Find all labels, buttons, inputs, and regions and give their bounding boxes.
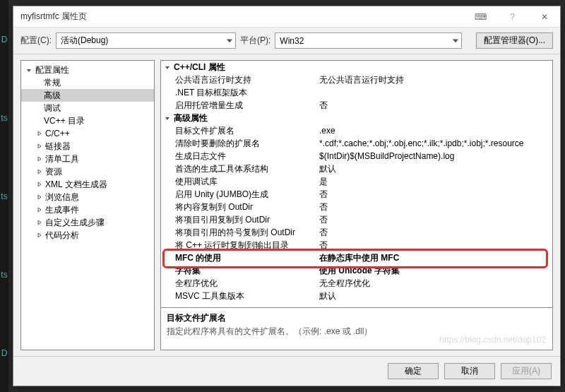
prop-value[interactable]: $(IntDir)$(MSBuildProjectName).log — [316, 151, 552, 161]
platform-dropdown[interactable]: Win32 — [275, 32, 462, 49]
prop-key: 首选的生成工具体系结构 — [161, 163, 316, 175]
property-row[interactable]: 公共语言运行时支持无公共语言运行时支持 — [161, 73, 552, 86]
tree-node[interactable]: 代码分析 — [21, 229, 154, 242]
tree-node[interactable]: 高级 — [21, 89, 154, 102]
expand-icon[interactable] — [35, 206, 43, 214]
prop-value[interactable]: 在静态库中使用 MFC — [316, 252, 552, 264]
tree-node[interactable]: C/C++ — [21, 127, 154, 140]
property-row[interactable]: 生成日志文件$(IntDir)$(MSBuildProjectName).log — [161, 150, 552, 162]
prop-key: MSVC 工具集版本 — [161, 290, 316, 302]
expand-icon[interactable] — [35, 194, 43, 201]
tree-label: VC++ 目录 — [44, 115, 85, 127]
prop-key: 使用调试库 — [161, 176, 316, 188]
desc-heading: 目标文件扩展名 — [167, 312, 547, 324]
expand-icon[interactable] — [25, 66, 33, 74]
tree-node[interactable]: 配置属性 — [21, 64, 154, 76]
property-row[interactable]: MSVC 工具集版本默认 — [161, 290, 552, 302]
section-header[interactable]: C++/CLI 属性 — [161, 61, 552, 73]
tree-node[interactable]: 清单工具 — [21, 153, 154, 165]
property-row[interactable]: 字符集使用 Unicode 字符集 — [161, 264, 552, 277]
prop-value[interactable]: 无全程序优化 — [316, 278, 552, 290]
tree-node[interactable]: 自定义生成步骤 — [21, 216, 154, 229]
config-manager-button[interactable]: 配置管理器(O)... — [476, 32, 553, 49]
titlebar: myfisrtmfc 属性页 ⌨ ? ✕ — [13, 6, 560, 28]
expand-icon[interactable] — [35, 219, 43, 227]
tree-label: 资源 — [45, 166, 62, 178]
property-row[interactable]: 将内容复制到 OutDir否 — [161, 201, 552, 213]
prop-key: 目标文件扩展名 — [161, 125, 316, 137]
collapse-icon[interactable] — [164, 64, 172, 71]
tree-label: 浏览信息 — [45, 191, 79, 203]
tree-node[interactable]: 常规 — [21, 76, 154, 89]
cancel-button[interactable]: 取消 — [444, 363, 495, 379]
prop-value[interactable]: 默认 — [316, 163, 552, 175]
property-row[interactable]: MFC 的使用在静态库中使用 MFC — [161, 251, 552, 264]
prop-value[interactable]: 否 — [316, 100, 552, 112]
prop-key: 启用 Unity (JUMBO)生成 — [161, 189, 316, 201]
apply-button[interactable]: 应用(A) — [501, 363, 552, 379]
collapse-icon[interactable] — [164, 114, 172, 122]
property-row[interactable]: 启用托管增量生成否 — [161, 99, 552, 112]
prop-value[interactable]: 是 — [316, 176, 552, 188]
nav-tree[interactable]: 配置属性常规高级调试VC++ 目录C/C++链接器清单工具资源XML 文档生成器… — [20, 60, 155, 350]
property-row[interactable]: 全程序优化无全程序优化 — [161, 277, 552, 290]
tree-label: 代码分析 — [45, 230, 79, 242]
platform-label: 平台(P): — [240, 35, 270, 47]
keyboard-icon[interactable]: ⌨ — [465, 6, 496, 28]
expand-icon[interactable] — [35, 130, 43, 138]
section-header[interactable]: 高级属性 — [161, 112, 552, 124]
tree-node[interactable]: 资源 — [21, 165, 154, 178]
prop-key: 生成日志文件 — [161, 150, 316, 162]
property-dialog: myfisrtmfc 属性页 ⌨ ? ✕ 配置(C): 活动(Debug) 平台… — [13, 6, 561, 386]
tree-node[interactable]: XML 文档生成器 — [21, 178, 154, 191]
expand-icon[interactable] — [35, 155, 43, 163]
tree-node[interactable]: 浏览信息 — [21, 191, 154, 203]
expand-icon[interactable] — [35, 181, 43, 189]
prop-key: 启用托管增量生成 — [161, 100, 316, 112]
prop-value[interactable]: 默认 — [316, 290, 552, 302]
ok-button[interactable]: 确定 — [388, 363, 439, 379]
tree-label: 链接器 — [45, 141, 71, 153]
expand-icon[interactable] — [35, 168, 43, 176]
property-row[interactable]: 启用 Unity (JUMBO)生成否 — [161, 188, 552, 201]
property-row[interactable]: 清除时要删除的扩展名*.cdf;*.cache;*.obj;*.obj.enc;… — [161, 137, 552, 150]
tree-label: 常规 — [44, 77, 61, 89]
tree-node[interactable]: 调试 — [21, 102, 154, 114]
property-grid[interactable]: C++/CLI 属性公共语言运行时支持无公共语言运行时支持.NET 目标框架版本… — [160, 60, 553, 308]
config-value: 活动(Debug) — [61, 35, 108, 47]
tree-label: XML 文档生成器 — [45, 179, 107, 191]
tree-node[interactable]: VC++ 目录 — [21, 114, 154, 127]
property-row[interactable]: 将 C++ 运行时复制到输出目录否 — [161, 239, 552, 251]
platform-value: Win32 — [280, 36, 304, 46]
expand-icon[interactable] — [35, 143, 43, 150]
property-row[interactable]: 使用调试库是 — [161, 175, 552, 188]
prop-value[interactable]: 否 — [316, 201, 552, 213]
chevron-down-icon — [453, 39, 458, 42]
prop-key: .NET 目标框架版本 — [161, 87, 316, 99]
prop-value[interactable]: 否 — [316, 189, 552, 201]
prop-key: 将项目引用的符号复制到 OutDir — [161, 227, 316, 239]
tree-node[interactable]: 链接器 — [21, 140, 154, 153]
prop-key: 字符集 — [161, 265, 316, 277]
prop-value[interactable]: 否 — [316, 214, 552, 226]
expand-icon[interactable] — [35, 232, 43, 239]
tree-node[interactable]: 生成事件 — [21, 203, 154, 216]
property-row[interactable]: 将项目引用的符号复制到 OutDir否 — [161, 226, 552, 239]
description-panel: 目标文件扩展名 指定此程序将具有的文件扩展名。（示例: .exe 或 .dll） — [160, 308, 553, 350]
prop-value[interactable]: 否 — [316, 239, 552, 251]
prop-value[interactable]: *.cdf;*.cache;*.obj;*.obj.enc;*.ilk;*.ip… — [316, 138, 552, 148]
prop-key: 公共语言运行时支持 — [161, 74, 316, 86]
config-dropdown[interactable]: 活动(Debug) — [56, 32, 236, 49]
config-label: 配置(C): — [20, 35, 52, 47]
help-button[interactable]: ? — [496, 6, 528, 28]
close-button[interactable]: ✕ — [528, 6, 560, 28]
property-row[interactable]: 将项目引用复制到 OutDir否 — [161, 213, 552, 226]
prop-key: MFC 的使用 — [161, 252, 316, 264]
prop-value[interactable]: .exe — [316, 126, 552, 136]
prop-value[interactable]: 否 — [316, 227, 552, 239]
prop-value[interactable]: 无公共语言运行时支持 — [316, 74, 552, 86]
property-row[interactable]: .NET 目标框架版本 — [161, 86, 552, 99]
property-row[interactable]: 目标文件扩展名.exe — [161, 124, 552, 137]
prop-value[interactable]: 使用 Unicode 字符集 — [316, 265, 552, 277]
property-row[interactable]: 首选的生成工具体系结构默认 — [161, 162, 552, 175]
